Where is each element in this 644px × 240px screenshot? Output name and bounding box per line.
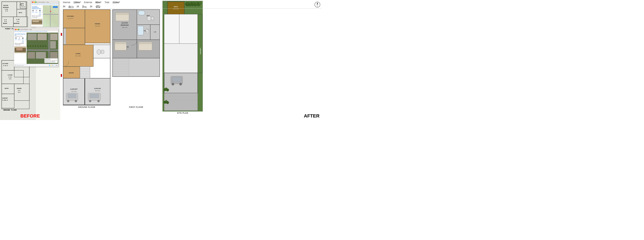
taskbar-icon-3: 💬 xyxy=(52,65,53,66)
svg-rect-14 xyxy=(63,10,85,28)
svg-text:CARPORT: CARPORT xyxy=(200,48,201,54)
send-label: SEND TO YOUR PHONE xyxy=(39,12,41,15)
add-label-icon-2: 🏷 xyxy=(15,44,16,45)
add-label-2[interactable]: 🏷 Add a label xyxy=(15,44,26,46)
ground-floor-label: GROUND FLOOR xyxy=(78,106,95,108)
amenity-icons: 3X 2X 2X xyxy=(63,5,100,8)
taskbar-icons: 🌐 📁 💬 📧 xyxy=(49,65,54,66)
add-missing-text: Add a missing place xyxy=(33,16,41,16)
svg-line-8 xyxy=(86,7,86,8)
send-action-2[interactable]: 📱 SEND TO YOUR PHONE xyxy=(22,37,24,43)
directions-btn[interactable]: Directions xyxy=(53,6,58,8)
svg-rect-25 xyxy=(101,50,104,54)
close-btn-2[interactable] xyxy=(15,29,16,30)
address-bar-1[interactable]: https://www.google.com.au/#/search?q=Uni… xyxy=(31,3,58,5)
street-view-thumb-2 xyxy=(14,46,26,53)
first-floor-svg: MASTER BEDROOM 3.6 x 3.9 ENS BATH xyxy=(112,9,160,106)
add-label-icon: 🏷 xyxy=(32,17,33,18)
svg-rect-18 xyxy=(63,28,85,45)
max-btn-2[interactable] xyxy=(18,29,20,30)
svg-text:N: N xyxy=(317,3,318,4)
add-missing-text-2: Add a missing place xyxy=(16,43,24,44)
maps-sidebar-2: Unit 30/322 Sydenham Rd Sydenham VIC 305… xyxy=(14,33,27,64)
svg-text:3.0 x 6.0: 3.0 x 6.0 xyxy=(71,91,76,92)
taskbar-icon-2: 📁 xyxy=(50,65,52,66)
svg-rect-55 xyxy=(138,10,145,15)
north-indicator: N xyxy=(314,2,320,7)
maps-window-1[interactable]: Franchise Dashboard - × | Bing https://w… xyxy=(31,1,59,27)
measure-distance-box: Measure distance Click anywhere on the m… xyxy=(44,58,58,63)
action-icons-2: 💾 SAVE 📍 NEARBY 📱 SEND TO YOUR PHONE xyxy=(15,37,26,43)
svg-rect-52 xyxy=(116,12,129,14)
svg-line-7 xyxy=(82,7,83,8)
first-floor-container: MASTER BEDROOM 3.6 x 3.9 ENS BATH xyxy=(112,9,160,110)
svg-rect-69 xyxy=(115,42,126,44)
svg-point-112 xyxy=(180,83,182,85)
add-label[interactable]: 🏷 Add a label xyxy=(32,16,42,18)
nearby-action-2[interactable]: 📍 NEARBY xyxy=(18,37,20,43)
address-text-1: https://www.google.com.au/#/search?q=Uni… xyxy=(32,4,58,4)
add-label-text-2: Add a label xyxy=(16,44,20,45)
window-title-2: Franchise Dashboard - × | Bing xyxy=(20,29,32,30)
kitchen-label: KITCHEN xyxy=(67,16,74,17)
save-icon: 💾 xyxy=(32,10,34,12)
info-card-1: Unit 50/322 Sydenham Rd, Sydnham VIC 395… xyxy=(32,6,42,18)
search-placeholder[interactable]: Type here to search xyxy=(16,65,24,66)
svg-text:MASTER: MASTER xyxy=(122,22,128,24)
maps-content-2: Unit 30/322 Sydenham Rd Sydenham VIC 305… xyxy=(14,33,58,64)
min-btn-1[interactable] xyxy=(34,2,35,3)
sv-house-2 xyxy=(16,48,22,50)
svg-point-24 xyxy=(97,50,101,54)
add-missing-icon: ➕ xyxy=(32,16,33,16)
svg-point-12 xyxy=(99,7,100,8)
min-btn-2[interactable] xyxy=(16,29,18,30)
svg-rect-19 xyxy=(64,28,66,44)
garage-label: GARAGE xyxy=(94,88,101,89)
add-missing-place[interactable]: ➕ Add a missing place xyxy=(32,15,42,16)
send-action[interactable]: 📱 SEND TO YOUR PHONE xyxy=(39,10,41,15)
svg-text:3.6 x 3.9: 3.6 x 3.9 xyxy=(122,27,127,28)
share-icon-2: ↗ xyxy=(25,37,27,39)
aerial-map[interactable]: Measure distance Click anywhere on the m… xyxy=(27,33,58,64)
address-bar-2[interactable]: https://www.google.com.au/maps/@-37.7904… xyxy=(14,31,58,33)
svg-text:LIN: LIN xyxy=(154,31,156,33)
map-area-1[interactable]: 📍 Directions xyxy=(43,5,58,27)
search-bar-bottom-2[interactable]: ⊞ Type here to search 🌐 📁 💬 📧 ENG xyxy=(14,64,58,66)
save-action[interactable]: 💾 SAVE xyxy=(32,10,34,15)
add-missing-place-2[interactable]: ➕ Add a missing place xyxy=(15,43,26,44)
external-value: 80m² xyxy=(95,1,101,4)
total-label: Total xyxy=(104,1,109,4)
address-text-2: https://www.google.com.au/maps/@-37.7904… xyxy=(14,31,48,32)
svg-rect-75 xyxy=(112,58,160,76)
sub-location-2: Sydenham VIC 3057 xyxy=(15,36,26,37)
svg-text:3.1 x 2.4: 3.1 x 2.4 xyxy=(68,18,73,19)
bed-icon xyxy=(69,5,74,8)
share-action-2[interactable]: ↗ SHARE xyxy=(25,37,27,43)
external-label: External xyxy=(84,1,92,4)
ground-floor-container: KITCHEN 3.1 x 2.4 DINING 3.3 x 6.1 LIVIN… xyxy=(63,9,110,110)
save-action-2[interactable]: 💾 SAVE xyxy=(15,37,17,43)
nearby-action[interactable]: 📍 NEARBY xyxy=(35,10,38,15)
maps-content-1: Unit 50/322 Sydenham Rd, Sydnham VIC 395… xyxy=(31,5,58,27)
svg-point-118 xyxy=(166,89,169,91)
svg-point-30 xyxy=(67,100,69,102)
svg-text:DECK: DECK xyxy=(174,6,178,8)
stats-row: Internal 130m² External 80m² Total 210m² xyxy=(63,1,120,4)
aerial-canvas xyxy=(27,33,58,61)
nearby-label: NEARBY xyxy=(35,12,38,13)
svg-point-100 xyxy=(199,2,202,4)
svg-point-56 xyxy=(147,16,151,21)
svg-marker-124 xyxy=(317,5,318,7)
svg-rect-110 xyxy=(172,77,181,82)
svg-point-31 xyxy=(75,100,77,102)
car-count: 2X xyxy=(90,5,92,8)
windows-icon: ⊞ xyxy=(15,64,16,66)
close-btn-1[interactable] xyxy=(32,2,33,3)
taskbar-icon-4: 📧 xyxy=(54,65,54,66)
max-btn-1[interactable] xyxy=(35,2,36,3)
bath-icon xyxy=(82,5,86,8)
street-view-house xyxy=(32,21,39,22)
maps-window-2[interactable]: Franchise Dashboard - × | Bing https://w… xyxy=(14,28,58,67)
nearby-icon-2: 📍 xyxy=(18,37,20,39)
before-label: BEFORE xyxy=(20,113,40,119)
